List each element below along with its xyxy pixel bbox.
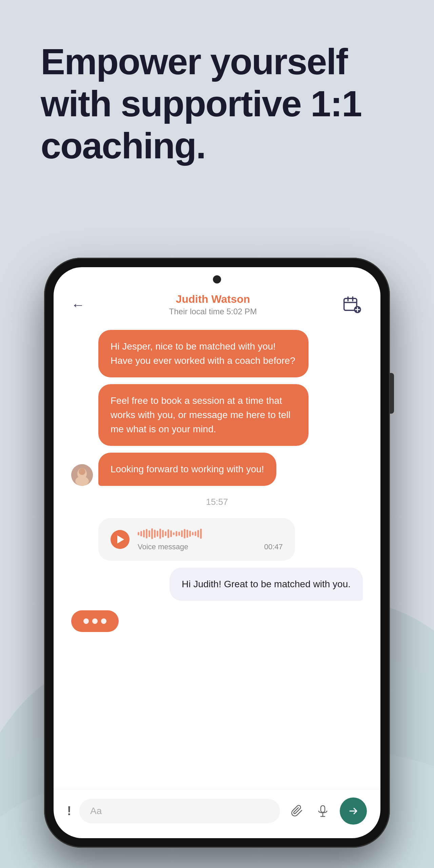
wave-bar [170, 530, 172, 537]
voice-meta: Voice message 00:47 [138, 542, 283, 551]
wave-bar [181, 530, 183, 537]
input-icons [288, 802, 332, 820]
coach-local-time: Their local time 5:02 PM [169, 307, 257, 316]
chat-messages: Hi Jesper, nice to be matched with you! … [54, 323, 380, 789]
input-placeholder: Aa [90, 806, 102, 816]
svg-point-10 [75, 476, 89, 486]
typing-dot-2 [92, 618, 98, 624]
coach-info: Judith Watson Their local time 5:02 PM [169, 293, 257, 316]
message-2: Feel free to book a session at a time th… [71, 384, 363, 446]
play-button[interactable] [111, 530, 130, 549]
message-1: Hi Jesper, nice to be matched with you! … [71, 330, 363, 377]
schedule-button[interactable] [341, 294, 363, 316]
typing-indicator [71, 610, 363, 632]
wave-bar [143, 530, 145, 537]
wave-bar [154, 530, 156, 538]
wave-bar [197, 530, 199, 537]
coach-name: Judith Watson [169, 293, 257, 305]
wave-bar [159, 529, 161, 539]
wave-bar [146, 529, 147, 538]
bubble-coach-2: Feel free to book a session at a time th… [98, 384, 309, 446]
wave-bar [192, 532, 194, 535]
coach-avatar [71, 464, 93, 486]
bubble-coach-3: Looking forward to working with you! [98, 453, 276, 486]
phone-screen: ← Judith Watson Their local time 5:02 PM [54, 267, 380, 838]
waveform [138, 528, 283, 540]
microphone-button[interactable] [314, 802, 332, 820]
typing-bubble [71, 610, 119, 632]
wave-bar [186, 530, 188, 538]
wave-bar [162, 530, 164, 537]
wave-bar [157, 531, 158, 537]
exclamation-button[interactable]: ! [67, 804, 71, 818]
message-timestamp: 15:57 [71, 497, 363, 507]
wave-bar [200, 529, 202, 539]
send-button[interactable] [340, 797, 367, 825]
wave-bar [151, 528, 153, 539]
wave-bar [178, 532, 180, 536]
phone-frame: ← Judith Watson Their local time 5:02 PM [44, 258, 390, 848]
hero-title: Empower yourself with supportive 1:1 coa… [41, 41, 393, 167]
hero-section: Empower yourself with supportive 1:1 coa… [41, 41, 393, 167]
message-3: Looking forward to working with you! [71, 453, 363, 486]
message-input[interactable]: Aa [79, 799, 280, 823]
svg-rect-11 [321, 806, 325, 812]
front-camera [213, 275, 221, 283]
back-button[interactable]: ← [71, 298, 85, 312]
wave-bar [184, 529, 185, 538]
chat-input-area: ! Aa [54, 789, 380, 838]
user-message: Hi Judith! Great to be matched with you. [71, 568, 363, 601]
wave-bar [176, 531, 177, 536]
wave-bar [189, 531, 191, 537]
typing-dot-3 [101, 618, 106, 624]
chat-header: ← Judith Watson Their local time 5:02 PM [54, 288, 380, 323]
svg-point-9 [79, 468, 85, 475]
wave-bar [173, 532, 175, 535]
play-icon [117, 535, 124, 544]
bubble-user: Hi Judith! Great to be matched with you. [170, 568, 363, 601]
wave-bar [149, 530, 150, 537]
wave-bar [167, 529, 169, 538]
voice-duration: 00:47 [264, 542, 283, 551]
phone-notch [54, 267, 380, 288]
voice-message[interactable]: Voice message 00:47 [98, 518, 295, 561]
typing-dot-1 [83, 618, 89, 624]
bubble-coach-1: Hi Jesper, nice to be matched with you! … [98, 330, 309, 377]
wave-bar [165, 531, 166, 536]
wave-bar [195, 531, 196, 536]
power-button [390, 373, 394, 414]
wave-bar [140, 531, 142, 536]
phone-mockup: ← Judith Watson Their local time 5:02 PM [44, 258, 390, 848]
attachment-button[interactable] [288, 802, 306, 820]
voice-label: Voice message [138, 542, 188, 551]
voice-info: Voice message 00:47 [138, 528, 283, 551]
wave-bar [138, 532, 139, 535]
